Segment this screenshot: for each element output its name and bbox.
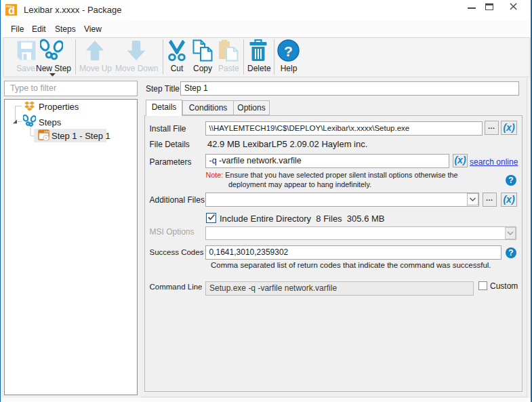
svg-text:d: d xyxy=(8,4,15,16)
svg-text:?: ? xyxy=(284,43,293,59)
